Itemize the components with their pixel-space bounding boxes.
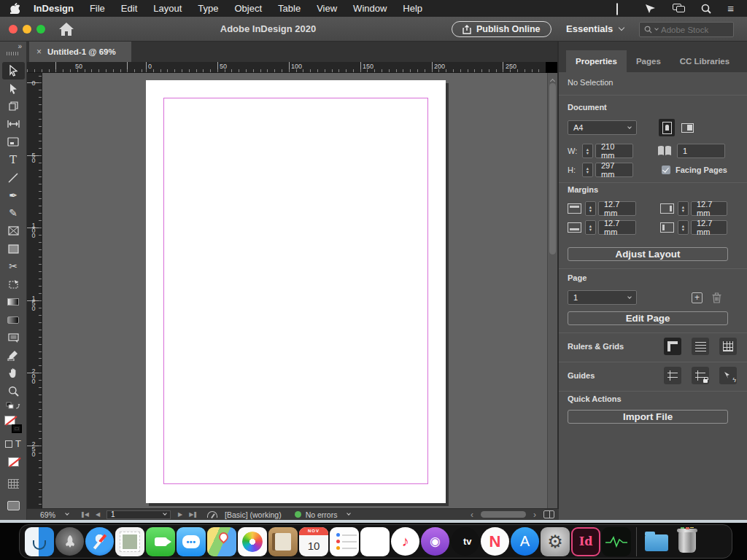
top-margin-stepper[interactable]: ▴▾ <box>585 201 596 216</box>
dock-downloads-folder-icon[interactable] <box>642 527 671 556</box>
show-guides-button[interactable] <box>664 367 681 384</box>
home-icon[interactable] <box>58 22 74 36</box>
dock-photos-icon[interactable] <box>238 527 267 556</box>
menu-type[interactable]: Type <box>190 0 226 17</box>
orientation-landscape-button[interactable] <box>679 119 695 136</box>
top-margin-field[interactable]: 12.7 mm <box>598 201 636 216</box>
pages-count-field[interactable]: 1 <box>677 144 725 158</box>
smart-guides-button[interactable]: ϟ <box>719 367 737 384</box>
content-collector-tool[interactable] <box>0 133 27 151</box>
show-rulers-button[interactable] <box>664 338 681 355</box>
split-layout-icon[interactable] <box>543 510 554 518</box>
displays-icon[interactable] <box>673 4 685 13</box>
lock-guides-button[interactable] <box>692 367 709 384</box>
toolbar-grip[interactable] <box>7 52 20 55</box>
dock-calendar-icon[interactable]: NOV10 <box>299 527 328 556</box>
dock-finder-icon[interactable] <box>25 527 54 556</box>
preflight-menu-chevron-icon[interactable] <box>347 511 352 516</box>
preflight-status[interactable]: No errors <box>306 510 338 519</box>
bottom-margin-field[interactable]: 12.7 mm <box>598 220 636 235</box>
preflight-profile[interactable]: [Basic] (working) <box>225 510 282 519</box>
document-grid-button[interactable] <box>719 338 737 355</box>
inside-margin-field[interactable]: 12.7 mm <box>691 201 727 216</box>
hand-tool[interactable] <box>0 365 27 382</box>
tab-cc-libraries[interactable]: CC Libraries <box>670 50 739 72</box>
close-window-button[interactable] <box>9 25 18 34</box>
swap-fill-stroke-icon[interactable] <box>0 400 27 413</box>
spotlight-icon[interactable] <box>701 4 711 14</box>
previous-page-button[interactable]: ◀ <box>96 511 99 518</box>
gap-tool[interactable] <box>0 115 27 133</box>
dock-safari-icon[interactable] <box>85 527 114 556</box>
dock-appstore-icon[interactable]: A <box>511 527 539 556</box>
menu-edit[interactable]: Edit <box>113 0 145 17</box>
bottom-margin-stepper[interactable]: ▴▾ <box>585 220 596 235</box>
scrollbar-thumb[interactable] <box>549 83 556 254</box>
menu-window[interactable]: Window <box>345 0 395 17</box>
publish-online-button[interactable]: Publish Online <box>452 21 551 37</box>
dock-launchpad-icon[interactable] <box>55 527 84 556</box>
menu-table[interactable]: Table <box>270 0 309 17</box>
screen-mode-button[interactable] <box>0 497 27 515</box>
stock-search-input[interactable] <box>661 26 719 34</box>
menu-layout[interactable]: Layout <box>145 0 190 17</box>
selection-tool[interactable] <box>2 62 25 79</box>
menu-file[interactable]: File <box>82 0 113 17</box>
width-field[interactable]: 210 mm <box>595 144 633 158</box>
scroll-left-icon[interactable]: ‹ <box>471 510 473 520</box>
dock-indesign-icon[interactable]: Id <box>571 527 600 556</box>
screen-mirroring-icon[interactable] <box>616 4 629 13</box>
dock-music-icon[interactable]: ♪ <box>391 527 419 556</box>
document-page[interactable] <box>146 80 446 503</box>
dock-mail-icon[interactable] <box>115 527 144 556</box>
stroke-swatch[interactable] <box>12 424 22 433</box>
vertical-ruler[interactable]: 0 50 100 150 200 250 <box>27 73 42 508</box>
zoom-menu-chevron-icon[interactable] <box>65 511 69 516</box>
last-page-button[interactable]: ▶❚ <box>189 511 197 518</box>
dock-podcasts-icon[interactable]: ◉ <box>421 527 449 556</box>
add-page-button[interactable]: + <box>692 292 703 303</box>
toolbar-expand-icon[interactable]: » <box>0 42 26 50</box>
preflight-icon[interactable] <box>207 511 217 518</box>
color-theme-tool[interactable] <box>0 346 27 364</box>
edit-page-button[interactable]: Edit Page <box>568 311 728 325</box>
orientation-portrait-button[interactable] <box>659 119 675 136</box>
rectangle-frame-tool[interactable] <box>0 222 27 240</box>
type-tool[interactable]: T <box>0 151 27 168</box>
close-tab-icon[interactable]: × <box>36 47 42 57</box>
vertical-scrollbar[interactable] <box>547 73 557 508</box>
remote-cursor-icon[interactable] <box>645 4 657 14</box>
pencil-tool[interactable]: ✎ <box>0 204 27 222</box>
height-field[interactable]: 297 mm <box>595 163 633 177</box>
adobe-stock-search[interactable] <box>639 22 734 37</box>
dock-system-preferences-icon[interactable]: ⚙ <box>541 527 570 556</box>
gradient-feather-tool[interactable] <box>0 311 27 328</box>
rectangle-tool[interactable] <box>0 240 27 257</box>
dock-reminders-icon[interactable] <box>330 527 359 556</box>
scissors-tool[interactable]: ✂ <box>0 257 27 275</box>
next-page-button[interactable]: ▶ <box>178 511 182 518</box>
dock-facetime-icon[interactable] <box>146 527 175 556</box>
dock-trash-icon[interactable] <box>673 527 702 556</box>
outside-margin-stepper[interactable]: ▴▾ <box>678 220 689 235</box>
page-tool[interactable] <box>0 98 27 115</box>
page-size-select[interactable]: A4 <box>568 120 637 135</box>
zoom-window-button[interactable] <box>36 25 45 34</box>
tab-properties[interactable]: Properties <box>566 50 627 72</box>
menu-indesign[interactable]: InDesign <box>26 0 82 17</box>
horizontal-ruler[interactable]: 50 0 50 100 150 200 250 <box>27 62 546 73</box>
adjust-layout-button[interactable]: Adjust Layout <box>568 247 728 261</box>
dock-contacts-icon[interactable] <box>268 527 298 556</box>
menu-view[interactable]: View <box>309 0 345 17</box>
pen-tool[interactable]: ✒ <box>0 187 27 204</box>
fill-stroke-indicator[interactable] <box>4 416 22 433</box>
width-stepper[interactable]: ▴▾ <box>582 144 593 158</box>
apply-none-button[interactable] <box>0 453 27 470</box>
import-file-button[interactable]: Import File <box>568 410 728 424</box>
document-tab[interactable]: × Untitled-1 @ 69% <box>29 42 131 62</box>
page-number-field[interactable]: 1 <box>107 510 171 519</box>
notification-center-icon[interactable]: ≡ <box>727 4 734 13</box>
apple-menu-icon[interactable] <box>10 3 20 14</box>
zoom-tool[interactable] <box>0 382 27 400</box>
height-stepper[interactable]: ▴▾ <box>582 163 593 177</box>
